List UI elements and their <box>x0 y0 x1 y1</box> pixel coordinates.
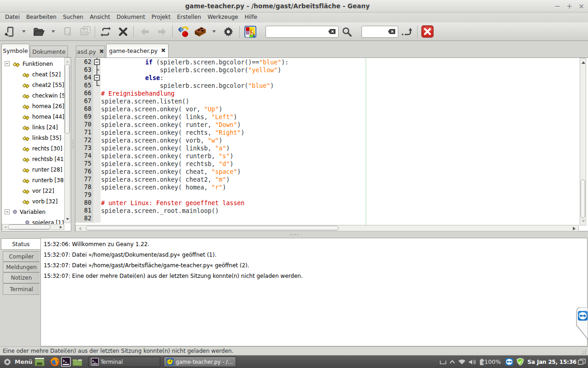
scroll-down-icon[interactable] <box>582 220 585 223</box>
taskbar-window-geany[interactable]: game-teacher.py - /... <box>164 356 236 367</box>
code-line-65[interactable]: spielerb.screen.bgcolor("blue") <box>75 82 588 90</box>
panel-tab-notizen[interactable]: Notizen <box>3 272 40 283</box>
reload-button[interactable] <box>96 24 115 39</box>
tree-expander-icon[interactable] <box>5 61 10 66</box>
code-line-75[interactable]: spielera.screen.onkey( rechtsb, "d") <box>75 160 588 168</box>
close-document-button[interactable] <box>115 24 131 39</box>
sidebar-hscrollbar[interactable] <box>2 224 64 230</box>
menu-werkzeuge[interactable]: Werkzeuge <box>204 14 242 22</box>
tree-item-funktionen[interactable]: Funktionen <box>2 58 64 69</box>
code-line-68[interactable]: spielera.screen.onkey( vor, "Up") <box>75 105 588 113</box>
scroll-right-icon[interactable] <box>60 226 62 229</box>
code-editor[interactable]: 62 if (spielerb.screen.bgcolor()=="blue"… <box>75 58 588 231</box>
code-line-64[interactable]: else: <box>75 74 588 82</box>
new-document-dropdown[interactable] <box>17 24 30 39</box>
code-line-69[interactable]: spielera.screen.onkey( links, "Left") <box>75 113 588 121</box>
maximize-button[interactable]: + <box>565 2 573 10</box>
search-input[interactable] <box>266 26 339 38</box>
tree-item-homea-26[interactable]: homea [26] <box>2 101 64 111</box>
menu-suchen[interactable]: Suchen <box>60 14 86 22</box>
code-line-81[interactable]: spielera.screen._root.mainloop() <box>75 207 588 215</box>
code-line-70[interactable]: spielera.screen.onkey( runter, "Down") <box>75 121 588 129</box>
code-line-71[interactable]: spielera.screen.onkey( rechts, "Right") <box>75 129 588 137</box>
tree-item-variablen[interactable]: Variablen <box>2 207 64 217</box>
new-document-button[interactable] <box>2 24 17 39</box>
tree-item-links-24[interactable]: links [24] <box>2 122 64 132</box>
scroll-up-icon[interactable] <box>66 60 69 63</box>
code-line-74[interactable]: spielera.screen.onkey( runterb, "s") <box>75 152 588 160</box>
show-desktop-button[interactable] <box>34 357 45 366</box>
menu-erstellen[interactable]: Erstellen <box>174 14 204 22</box>
tree-item-cheat-52[interactable]: cheat [52] <box>2 69 64 80</box>
sidebar-hscroll-thumb[interactable] <box>8 224 51 230</box>
window-titlebar[interactable]: game-teacher.py - /home/gast/Arbeitsfläc… <box>0 0 588 12</box>
minimize-button[interactable]: − <box>554 2 561 10</box>
code-line-67[interactable]: spielera.screen.listen() <box>75 98 588 105</box>
editor-vscroll-thumb[interactable] <box>581 179 585 218</box>
fold-markers[interactable] <box>93 58 101 95</box>
panel-tab-status[interactable]: Status <box>1 238 40 250</box>
open-document-dropdown[interactable] <box>47 24 60 39</box>
build-dropdown[interactable] <box>208 24 220 39</box>
menu-button[interactable]: Menü <box>3 357 33 367</box>
teamviewer-quick-panel[interactable] <box>576 307 588 339</box>
compile-button[interactable] <box>174 24 192 39</box>
clear-icon[interactable] <box>388 29 396 34</box>
open-document-button[interactable] <box>30 24 47 39</box>
editor-hscroll-thumb[interactable] <box>86 226 339 230</box>
code-line-80[interactable]: # unter Linux: Fenster geoeffnet lassen <box>75 199 588 207</box>
find-button[interactable] <box>339 24 355 39</box>
save-all-button[interactable] <box>76 24 93 39</box>
menu-ansicht[interactable]: Ansicht <box>86 14 113 22</box>
tree-item-vorb-32[interactable]: vorb [32] <box>2 196 64 207</box>
close-tab-icon[interactable]: ✖ <box>99 49 104 55</box>
save-button[interactable] <box>60 24 76 39</box>
code-line-62[interactable]: if (spielerb.screen.bgcolor()=="blue"): <box>75 58 588 66</box>
close-tab-icon[interactable]: ✖ <box>161 48 165 54</box>
code-line-72[interactable]: spielera.screen.onkey( vorb, "w") <box>75 137 588 144</box>
tree-item-checkwin-5[interactable]: checkwin [5 <box>2 90 64 101</box>
navigate-forward-button[interactable] <box>154 24 169 39</box>
jump-to-line-button[interactable] <box>398 24 415 39</box>
taskbar-window-terminal[interactable]: Terminal <box>88 356 160 367</box>
clock[interactable]: Sa Jan 25, 15:36 <box>527 359 577 365</box>
build-button[interactable] <box>192 24 208 39</box>
teamviewer-tray-icon[interactable] <box>505 358 513 366</box>
color-chooser-button[interactable] <box>242 24 259 39</box>
volume-icon[interactable] <box>469 359 476 365</box>
sidebar-tab-symbole[interactable]: Symbole <box>1 44 29 58</box>
panel-tab-meldungen[interactable]: Meldungen <box>3 262 40 272</box>
editor-hscrollbar[interactable] <box>75 225 579 231</box>
execute-button[interactable] <box>220 24 237 39</box>
code-line-73[interactable]: spielera.screen.onkey( linksb, "a") <box>75 144 588 152</box>
goto-line-input[interactable] <box>362 26 398 38</box>
panel-splitter[interactable] <box>0 231 588 238</box>
tree-item-runter-28[interactable]: runter [28] <box>2 164 64 175</box>
editor-tab-asd-py[interactable]: asd.py ✖ <box>76 46 105 58</box>
close-button[interactable]: × <box>577 2 585 10</box>
tree-item-homea-44[interactable]: homea [44] <box>2 111 64 122</box>
menu-hilfe[interactable]: Hilfe <box>242 14 260 22</box>
menu-dokument[interactable]: Dokument <box>113 14 148 22</box>
tree-item-cheat2-55[interactable]: cheat2 [55] <box>2 80 64 90</box>
wifi-icon[interactable] <box>458 359 466 365</box>
code-line-77[interactable]: spielera.screen.onkey( cheat2, "m") <box>75 176 588 184</box>
tree-item-linksb-35[interactable]: linksb [35] <box>2 132 64 143</box>
navigate-back-button[interactable] <box>136 24 154 39</box>
code-line-78[interactable]: spielera.screen.onkey( homea, "r") <box>75 184 588 191</box>
code-line-66[interactable]: # Ereignisbehandlung <box>75 90 588 98</box>
caret-up-icon[interactable] <box>449 360 455 364</box>
workspace-switcher-icon[interactable] <box>578 358 586 365</box>
scroll-down-icon[interactable] <box>66 218 69 220</box>
terminal-launcher[interactable] <box>61 357 71 367</box>
battery-indicator[interactable]: 100% <box>479 358 501 366</box>
tree-item-vor-22[interactable]: vor [22] <box>2 185 64 196</box>
scroll-left-icon[interactable] <box>4 226 6 229</box>
code-line-76[interactable]: spielera.screen.onkey( cheat, "space") <box>75 168 588 176</box>
tree-expander-icon[interactable] <box>5 209 10 214</box>
menu-projekt[interactable]: Projekt <box>148 14 174 22</box>
menu-datei[interactable]: Datei <box>2 14 23 22</box>
file-manager-launcher[interactable] <box>72 357 83 367</box>
code-line-79[interactable] <box>75 191 588 199</box>
window-list-icon[interactable] <box>440 359 447 365</box>
